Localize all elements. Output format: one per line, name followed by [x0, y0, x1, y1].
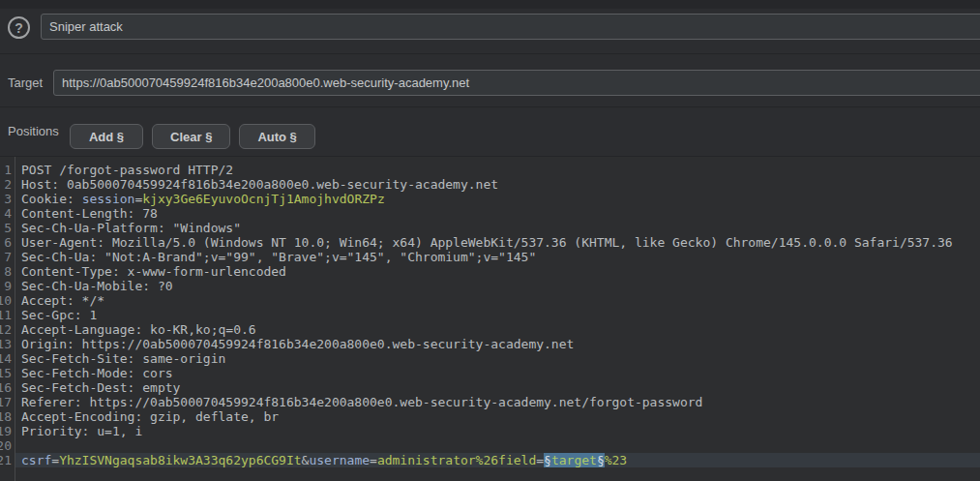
auto-markers-button[interactable]: Auto § [239, 124, 314, 149]
line-number: 4 [0, 206, 15, 221]
line-content: Accept-Language: ko-KR,ko;q=0.6 [15, 322, 980, 337]
line-content: Cookie: session=kjxy3Ge6EyuvoOcnjTj1Amoj… [15, 192, 980, 206]
token: = [370, 453, 377, 467]
editor-line[interactable]: 1POST /forgot-password HTTP/2 [0, 163, 980, 177]
line-content: Content-Type: x-www-form-urlencoded [15, 264, 980, 279]
clear-markers-button[interactable]: Clear § [152, 124, 230, 149]
positions-buttons: Add § Clear § Auto § [70, 124, 315, 149]
token: csrf [21, 453, 51, 467]
editor-line[interactable]: 11Sec-Gpc: 1 [0, 308, 980, 322]
line-content: Accept-Encoding: gzip, deflate, br [15, 409, 980, 424]
token: session [82, 192, 135, 206]
editor-line[interactable]: 8Content-Type: x-www-form-urlencoded [0, 264, 980, 279]
token: Sec-Ch-Ua-Mobile: ?0 [21, 279, 173, 293]
editor-line[interactable]: 9Sec-Ch-Ua-Mobile: ?0 [0, 279, 980, 293]
line-number: 9 [0, 279, 15, 293]
positions-label: Positions [8, 124, 59, 138]
editor-line[interactable]: 15Sec-Fetch-Mode: cors [0, 366, 980, 380]
token: Host: 0ab500070459924f816b34e200a800e0.w… [21, 177, 498, 192]
attack-type-input[interactable] [41, 14, 980, 40]
editor-line[interactable]: 6User-Agent: Mozilla/5.0 (Windows NT 10.… [0, 235, 980, 250]
target-bar: Target [0, 55, 980, 107]
token: Sec-Fetch-Mode: cors [21, 366, 173, 380]
line-content: Sec-Fetch-Site: same-origin [15, 351, 980, 366]
line-number: 11 [0, 308, 15, 322]
token: Content-Length: 78 [21, 206, 158, 221]
editor-line[interactable]: 3Cookie: session=kjxy3Ge6EyuvoOcnjTj1Amo… [0, 192, 980, 206]
line-content: Sec-Gpc: 1 [15, 308, 980, 322]
line-content: Origin: https://0ab500070459924f816b34e2… [15, 337, 980, 351]
payload-position-marker: target [551, 453, 597, 467]
token: Sec-Fetch-Site: same-origin [21, 351, 225, 366]
token: = [51, 453, 59, 467]
line-number: 3 [0, 192, 15, 206]
line-content: Sec-Ch-Ua: "Not:A-Brand";v="99", "Brave"… [15, 250, 980, 264]
line-number: 14 [0, 351, 15, 366]
editor-line[interactable]: 19Priority: u=1, i [0, 424, 980, 438]
token: POST /forgot-password HTTP/2 [21, 163, 233, 177]
line-content: Sec-Ch-Ua-Mobile: ?0 [15, 279, 980, 293]
editor-line[interactable]: 2Host: 0ab500070459924f816b34e200a800e0.… [0, 177, 980, 192]
line-number: 10 [0, 293, 15, 308]
editor-line[interactable]: 16Sec-Fetch-Dest: empty [0, 380, 980, 395]
token: = [536, 453, 544, 467]
token: Accept-Language: ko-KR,ko;q=0.6 [21, 322, 256, 337]
token: Accept: */* [21, 293, 104, 308]
line-number: 19 [0, 424, 15, 438]
token: Origin: https://0ab500070459924f816b34e2… [21, 337, 574, 351]
token: Content-Type: x-www-form-urlencoded [21, 264, 286, 279]
line-content: User-Agent: Mozilla/5.0 (Windows NT 10.0… [15, 235, 980, 250]
request-editor[interactable]: 1POST /forgot-password HTTP/22Host: 0ab5… [0, 157, 980, 481]
gutter-divider [15, 157, 15, 481]
editor-line[interactable]: 14Sec-Fetch-Site: same-origin [0, 351, 980, 366]
editor-line[interactable]: 20 [0, 438, 980, 453]
token: %23 [605, 453, 627, 467]
payload-position-marker: § [544, 453, 551, 467]
line-number: 21 [0, 453, 15, 467]
token: Sec-Ch-Ua: "Not:A-Brand";v="99", "Brave"… [21, 250, 536, 264]
line-content: Host: 0ab500070459924f816b34e200a800e0.w… [15, 177, 980, 192]
token: Sec-Gpc: 1 [21, 308, 97, 322]
line-number: 5 [0, 221, 15, 235]
token: Cookie: [21, 192, 82, 206]
panel-top-edge [0, 0, 980, 9]
line-number: 17 [0, 395, 15, 409]
positions-bar: Positions Add § Clear § Auto § [0, 108, 980, 157]
token: YhzISVNgaqsab8ikw3A33q62yp6CG9It [59, 453, 301, 467]
line-content: Priority: u=1, i [15, 424, 980, 438]
editor-line[interactable]: 5Sec-Ch-Ua-Platform: "Windows" [0, 221, 980, 235]
token: Sec-Fetch-Dest: empty [21, 380, 180, 395]
line-content: Referer: https://0ab500070459924f816b34e… [15, 395, 980, 409]
editor-line[interactable]: 12Accept-Language: ko-KR,ko;q=0.6 [0, 322, 980, 337]
line-number: 16 [0, 380, 15, 395]
editor-line[interactable]: 17Referer: https://0ab500070459924f816b3… [0, 395, 980, 409]
line-content [15, 438, 980, 453]
token: Referer: https://0ab500070459924f816b34e… [21, 395, 702, 409]
line-number: 7 [0, 250, 15, 264]
token: administrator%26field [377, 453, 536, 467]
payload-position-marker: § [597, 453, 605, 467]
token: Priority: u=1, i [21, 424, 142, 438]
editor-line[interactable]: 21csrf=YhzISVNgaqsab8ikw3A33q62yp6CG9It&… [0, 453, 980, 467]
line-content: POST /forgot-password HTTP/2 [15, 163, 980, 177]
editor-line[interactable]: 4Content-Length: 78 [0, 206, 980, 221]
editor-line[interactable]: 7Sec-Ch-Ua: "Not:A-Brand";v="99", "Brave… [0, 250, 980, 264]
help-icon[interactable]: ? [8, 16, 30, 39]
line-number: 18 [0, 409, 15, 424]
editor-line[interactable]: 18Accept-Encoding: gzip, deflate, br [0, 409, 980, 424]
target-url-input[interactable] [53, 70, 980, 96]
attack-type-bar: ? [0, 0, 980, 54]
editor-line[interactable]: 10Accept: */* [0, 293, 980, 308]
line-content: Content-Length: 78 [15, 206, 980, 221]
line-content: Sec-Fetch-Dest: empty [15, 380, 980, 395]
token: kjxy3Ge6EyuvoOcnjTj1AmojhvdORZPz [142, 192, 384, 206]
token: username [309, 453, 370, 467]
line-content: Sec-Fetch-Mode: cors [15, 366, 980, 380]
add-marker-button[interactable]: Add § [70, 124, 143, 149]
token: Sec-Ch-Ua-Platform: "Windows" [21, 221, 241, 235]
line-number: 8 [0, 264, 15, 279]
editor-line[interactable]: 13Origin: https://0ab500070459924f816b34… [0, 337, 980, 351]
line-number: 1 [0, 163, 15, 177]
line-number: 13 [0, 337, 15, 351]
target-label: Target [8, 75, 43, 90]
